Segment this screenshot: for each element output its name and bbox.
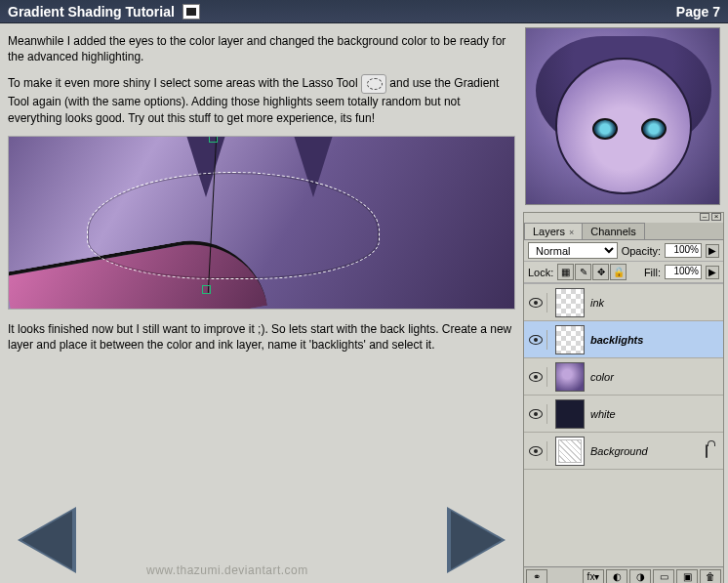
- blend-mode-select[interactable]: Normal: [528, 242, 618, 259]
- lock-label: Lock:: [528, 267, 553, 278]
- adjustment-layer-button[interactable]: ◑: [629, 569, 651, 584]
- gradient-tool-icon: [182, 4, 200, 20]
- result-preview: [525, 27, 720, 205]
- watermark-text: www.thazumi.deviantart.com: [146, 563, 308, 577]
- layer-row-background[interactable]: Background: [524, 433, 723, 470]
- eye-icon: [529, 298, 543, 308]
- layer-row-color[interactable]: color: [524, 358, 723, 396]
- page-number: Page 7: [676, 4, 720, 20]
- layer-list: ink backlights color white Background: [524, 283, 723, 566]
- tutorial-text-column: Meanwhile I added the eyes to the color …: [0, 23, 523, 353]
- gradient-start-handle: [209, 136, 218, 143]
- illustration-face: [555, 58, 692, 194]
- layer-name: white: [590, 408, 700, 420]
- layer-visibility-toggle[interactable]: [528, 293, 547, 312]
- layer-row-white[interactable]: white: [524, 396, 723, 433]
- layer-thumbnail: [555, 288, 585, 317]
- paragraph-intro: Meanwhile I added the eyes to the color …: [8, 33, 515, 64]
- panel-window-controls: – ×: [524, 213, 723, 223]
- tab-layers[interactable]: Layers×: [524, 223, 583, 239]
- lasso-selection-marquee: [87, 172, 380, 279]
- layer-fx-button[interactable]: fx▾: [583, 569, 604, 584]
- lock-position-button[interactable]: ✥: [592, 264, 609, 280]
- layer-lock-icon: [706, 445, 719, 457]
- demo-canvas: [8, 136, 515, 310]
- layer-name: ink: [590, 297, 700, 309]
- tab-channels[interactable]: Channels: [582, 223, 644, 239]
- eye-icon: [529, 372, 543, 382]
- fill-label: Fill:: [644, 267, 661, 278]
- blend-opacity-row: Normal Opacity: 100% ▶: [524, 240, 723, 262]
- gradient-end-handle: [202, 285, 211, 294]
- lock-fill-row: Lock: ▦ ✎ ✥ 🔒 Fill: 100% ▶: [524, 262, 723, 283]
- title-bar: Gradient Shading Tutorial Page 7: [0, 0, 728, 23]
- new-layer-button[interactable]: ▣: [676, 569, 698, 584]
- panel-tabs: Layers× Channels: [524, 223, 723, 240]
- layer-row-ink[interactable]: ink: [524, 284, 723, 321]
- layer-thumbnail: [555, 437, 585, 466]
- link-layers-button[interactable]: ⚭: [526, 569, 547, 584]
- close-tab-icon[interactable]: ×: [569, 228, 574, 237]
- fill-flyout-button[interactable]: ▶: [706, 266, 719, 279]
- layer-thumbnail: [555, 399, 585, 429]
- layer-thumbnail: [555, 325, 585, 354]
- lock-button-group: ▦ ✎ ✥ 🔒: [557, 264, 627, 280]
- prev-page-button[interactable]: [18, 507, 76, 573]
- layer-visibility-toggle[interactable]: [528, 404, 547, 424]
- opacity-flyout-button[interactable]: ▶: [706, 244, 719, 258]
- layer-row-backlights[interactable]: backlights: [524, 321, 723, 358]
- layers-panel-footer: ⚭ fx▾ ◐ ◑ ▭ ▣ 🗑: [524, 566, 723, 583]
- lock-transparency-button[interactable]: ▦: [557, 264, 574, 280]
- add-mask-button[interactable]: ◐: [606, 569, 627, 584]
- layer-name: Background: [590, 445, 700, 457]
- paragraph-lasso: To make it even more shiny I select some…: [8, 74, 515, 125]
- opacity-label: Opacity:: [622, 245, 661, 257]
- layer-name: backlights: [590, 334, 700, 346]
- delete-layer-button[interactable]: 🗑: [700, 569, 721, 584]
- fill-input[interactable]: 100%: [665, 265, 702, 279]
- eye-icon: [529, 446, 543, 456]
- layer-visibility-toggle[interactable]: [528, 441, 547, 461]
- eye-icon: [529, 409, 543, 419]
- paragraph-backlights: It looks finished now but I still want t…: [8, 321, 515, 353]
- layer-thumbnail: [555, 362, 585, 392]
- panel-close-button[interactable]: ×: [711, 213, 721, 221]
- layers-panel: – × Layers× Channels Normal Opacity: 100…: [523, 212, 724, 583]
- tutorial-title: Gradient Shading Tutorial: [8, 4, 175, 20]
- next-page-button[interactable]: [447, 507, 506, 573]
- layer-visibility-toggle[interactable]: [528, 330, 547, 350]
- illustration-eye: [592, 118, 618, 140]
- opacity-input[interactable]: 100%: [665, 243, 702, 258]
- new-group-button[interactable]: ▭: [653, 569, 674, 584]
- eye-icon: [529, 335, 543, 345]
- panel-minimize-button[interactable]: –: [700, 213, 709, 221]
- layer-name: color: [590, 371, 700, 383]
- layer-visibility-toggle[interactable]: [528, 367, 547, 387]
- lock-all-button[interactable]: 🔒: [610, 264, 627, 280]
- lock-paint-button[interactable]: ✎: [575, 264, 591, 280]
- lasso-tool-icon: [361, 74, 386, 94]
- illustration-eye: [641, 118, 667, 140]
